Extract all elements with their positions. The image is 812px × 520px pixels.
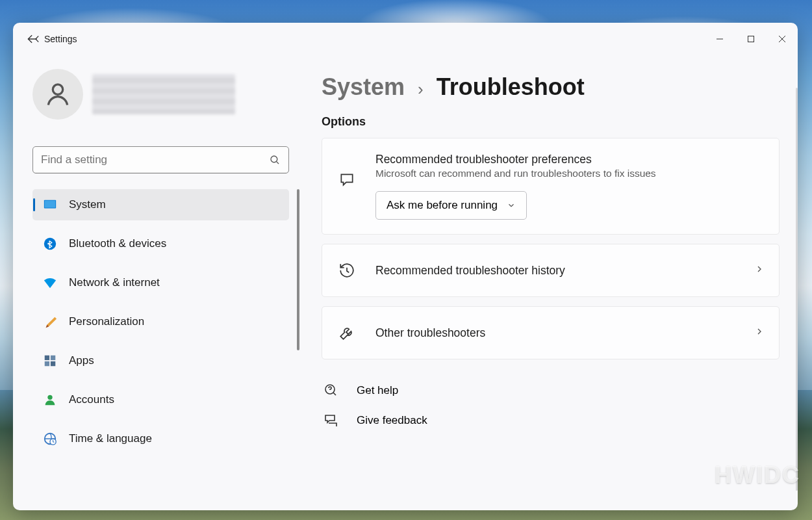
avatar	[32, 69, 83, 120]
person-icon	[43, 393, 57, 407]
watermark-text: HWIDC	[715, 462, 800, 489]
give-feedback-link[interactable]: Give feedback	[322, 413, 780, 428]
paintbrush-icon	[43, 315, 57, 329]
sidebar-item-bluetooth[interactable]: Bluetooth & devices	[32, 228, 289, 259]
sidebar-item-label: System	[69, 198, 106, 211]
history-title: Recommended troubleshooter history	[375, 264, 754, 278]
close-icon	[778, 35, 786, 43]
search-icon	[269, 154, 281, 166]
other-troubleshooters-card[interactable]: Other troubleshooters	[322, 306, 780, 359]
sidebar-item-accounts[interactable]: Accounts	[32, 384, 289, 415]
chevron-right-icon: ›	[418, 79, 424, 99]
breadcrumb-current: Troubleshoot	[437, 73, 585, 101]
sidebar-item-label: Time & language	[69, 432, 152, 445]
svg-rect-7	[51, 356, 55, 360]
display-icon	[43, 198, 57, 212]
svg-point-1	[53, 84, 62, 94]
dropdown-value: Ask me before running	[387, 199, 498, 212]
settings-window: Settings	[13, 23, 798, 510]
get-help-link[interactable]: Get help	[322, 383, 780, 398]
search-input[interactable]	[41, 153, 269, 166]
breadcrumb: System › Troubleshoot	[322, 73, 780, 101]
svg-rect-8	[45, 361, 49, 366]
sidebar-item-system[interactable]: System	[32, 189, 289, 220]
give-feedback-label: Give feedback	[357, 414, 427, 427]
chevron-right-icon	[754, 326, 765, 339]
sidebar-item-personalization[interactable]: Personalization	[32, 306, 289, 337]
sidebar-item-time-language[interactable]: Time & language	[32, 423, 289, 454]
sidebar-nav: System Bluetooth & devices Network & int…	[32, 189, 289, 462]
app-title: Settings	[44, 34, 77, 44]
history-icon	[336, 262, 357, 279]
sidebar-item-network[interactable]: Network & internet	[32, 267, 289, 298]
svg-point-10	[47, 395, 52, 400]
get-help-label: Get help	[357, 384, 398, 397]
chevron-right-icon	[754, 264, 765, 277]
sidebar: System Bluetooth & devices Network & int…	[13, 55, 302, 510]
svg-rect-4	[45, 201, 56, 208]
footer-links: Get help Give feedback	[322, 383, 780, 428]
options-heading: Options	[322, 115, 780, 129]
apps-icon	[43, 354, 57, 368]
wifi-icon	[43, 276, 57, 290]
search-box[interactable]	[32, 146, 289, 174]
close-button[interactable]	[767, 27, 798, 51]
sidebar-item-label: Network & internet	[69, 276, 160, 289]
preferences-subtitle: Microsoft can recommend and run troubles…	[375, 168, 765, 179]
sidebar-item-label: Personalization	[69, 315, 144, 328]
sidebar-item-apps[interactable]: Apps	[32, 345, 289, 376]
profile-name-redacted	[92, 74, 235, 114]
svg-point-2	[271, 156, 277, 162]
profile-section[interactable]	[32, 65, 302, 124]
main-content: System › Troubleshoot Options Recommende…	[302, 55, 798, 510]
arrow-left-icon	[26, 32, 39, 46]
user-icon	[44, 80, 72, 109]
help-icon	[323, 383, 340, 398]
breadcrumb-parent[interactable]: System	[322, 73, 405, 101]
bluetooth-icon	[43, 237, 57, 251]
minimize-button[interactable]	[704, 27, 735, 51]
preferences-title: Recommended troubleshooter preferences	[375, 153, 765, 166]
minimize-icon	[716, 35, 724, 43]
wrench-icon	[336, 324, 357, 341]
sidebar-item-label: Bluetooth & devices	[69, 237, 166, 250]
globe-clock-icon	[43, 432, 57, 446]
maximize-icon	[747, 35, 755, 43]
preferences-card: Recommended troubleshooter preferences M…	[322, 138, 780, 235]
svg-rect-0	[748, 36, 754, 42]
history-card[interactable]: Recommended troubleshooter history	[322, 244, 780, 297]
other-troubleshooters-title: Other troubleshooters	[375, 326, 754, 340]
chevron-down-icon	[507, 201, 516, 210]
sidebar-item-label: Apps	[69, 354, 94, 367]
sidebar-item-label: Accounts	[69, 393, 114, 406]
scrollbar[interactable]	[796, 88, 798, 491]
maximize-button[interactable]	[735, 27, 767, 51]
feedback-icon	[323, 413, 340, 428]
chat-icon	[336, 171, 357, 188]
svg-rect-6	[45, 356, 49, 360]
svg-rect-9	[51, 361, 55, 366]
preferences-dropdown[interactable]: Ask me before running	[375, 191, 527, 220]
window-titlebar: Settings	[13, 23, 798, 55]
